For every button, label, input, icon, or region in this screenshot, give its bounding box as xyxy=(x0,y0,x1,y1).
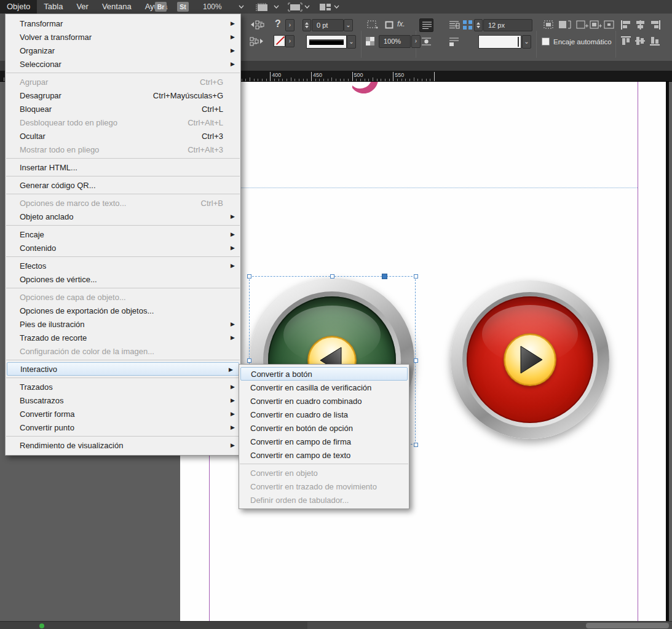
corner-options-icon[interactable] xyxy=(367,20,378,30)
arrange-documents-icon[interactable] xyxy=(319,2,331,12)
effects-fx-icon[interactable]: fx. xyxy=(397,20,405,28)
stroke-style-select[interactable] xyxy=(306,35,347,49)
paragraph-style-indent-icon[interactable] xyxy=(447,18,461,32)
menu-item-convertir-en-objeto[interactable]: Convertir en objeto xyxy=(239,466,409,480)
stroke-weight-field[interactable]: 0 pt xyxy=(312,19,344,31)
menu-item-bloquear[interactable]: BloquearCtrl+L xyxy=(6,102,240,116)
wrap-offset-field[interactable]: 12 px xyxy=(483,19,532,31)
margin-guide-right[interactable] xyxy=(638,82,638,621)
preflight-status-icon[interactable] xyxy=(39,623,44,628)
menubar-item-ver[interactable]: Ver xyxy=(69,0,95,14)
align-right-edges-icon[interactable] xyxy=(649,20,661,30)
transparency-checker-icon[interactable] xyxy=(366,37,374,45)
horizontal-scrollbar[interactable] xyxy=(307,622,672,629)
menu-item-definir-orden-de-tabulador[interactable]: Definir orden de tabulador... xyxy=(239,493,409,507)
corner-shape-icon[interactable] xyxy=(385,21,393,29)
menu-item-convertir-en-boton-de-opcion[interactable]: Convertir en botón de opción xyxy=(239,421,409,435)
fit-content-to-frame-icon[interactable] xyxy=(558,20,572,30)
selection-handle[interactable] xyxy=(414,358,418,363)
selection-handle[interactable] xyxy=(330,274,334,279)
stroke-weight-dropdown[interactable]: ⌄ xyxy=(344,19,353,31)
wrap-offset-stepper[interactable] xyxy=(474,19,483,31)
fit-frame-proportional-icon[interactable] xyxy=(575,20,589,30)
menu-item-encaje[interactable]: Encaje▶ xyxy=(6,227,240,241)
screen-mode-chevron-icon[interactable] xyxy=(304,5,310,9)
menu-item-opciones-de-exportacion-de-objetos[interactable]: Opciones de exportación de objetos... xyxy=(6,304,240,317)
bridge-button[interactable]: Br xyxy=(155,2,167,12)
menu-item-trazados[interactable]: Trazados▶ xyxy=(6,380,240,394)
menu-item-contenido[interactable]: Contenido▶ xyxy=(6,241,240,255)
scrollbar-thumb[interactable] xyxy=(586,623,669,628)
select-previous-object-icon[interactable] xyxy=(250,20,264,30)
arrange-documents-chevron-icon[interactable] xyxy=(334,5,339,9)
auto-fit-checkbox[interactable] xyxy=(542,38,550,45)
menu-item-seleccionar[interactable]: Seleccionar▶ xyxy=(6,57,240,71)
paragraph-style-justify-icon[interactable] xyxy=(419,18,433,32)
align-left-edges-icon[interactable] xyxy=(620,20,632,30)
menu-item-convertir-punto[interactable]: Convertir punto▶ xyxy=(6,421,240,434)
menu-item-organizar[interactable]: Organizar▶ xyxy=(6,44,240,57)
center-content-icon[interactable] xyxy=(603,20,615,30)
menu-item-efectos[interactable]: Efectos▶ xyxy=(6,259,240,272)
selection-handle[interactable] xyxy=(247,358,251,363)
red-play-button-artwork[interactable] xyxy=(451,280,609,439)
menu-item-convertir-en-campo-de-texto[interactable]: Convertir en campo de texto xyxy=(239,448,409,462)
menu-item-desagrupar[interactable]: DesagruparCtrl+Mayúsculas+G xyxy=(6,89,240,102)
menubar-item-tabla[interactable]: Tabla xyxy=(37,0,69,14)
zoom-dropdown-chevron-icon[interactable] xyxy=(239,5,244,9)
fit-frame-to-content-icon[interactable] xyxy=(544,20,557,30)
align-bottom-edges-icon[interactable] xyxy=(649,36,661,46)
menu-item-rendimiento-de-visualizacion[interactable]: Rendimiento de visualización▶ xyxy=(6,438,240,452)
menu-item-configuracion-de-color-de-la-imagen[interactable]: Configuración de color de la imagen... xyxy=(6,344,240,358)
menu-item-objeto-anclado[interactable]: Objeto anclado▶ xyxy=(6,210,240,223)
object-style-dropdown[interactable]: ⌄ xyxy=(522,35,531,49)
menu-item-interactivo[interactable]: Interactivo▶ xyxy=(7,362,239,376)
pink-swoosh-artwork[interactable] xyxy=(352,82,379,97)
menu-item-opciones-de-capa-de-objeto[interactable]: Opciones de capa de objeto... xyxy=(6,290,240,304)
menubar-item-objeto[interactable]: Objeto xyxy=(0,0,37,14)
menu-item-volver-a-transformar[interactable]: Volver a transformar▶ xyxy=(6,30,240,44)
zoom-level-value[interactable]: 100% xyxy=(203,0,222,14)
menu-item-buscatrazos[interactable]: Buscatrazos▶ xyxy=(6,394,240,407)
menu-item-desbloquear-todo-en-pliego[interactable]: Desbloquear todo en pliegoCtrl+Alt+L xyxy=(6,116,240,129)
menu-item-insertar-html[interactable]: Insertar HTML... xyxy=(6,160,240,174)
menu-item-opciones-de-vertice[interactable]: Opciones de vértice... xyxy=(6,272,240,286)
menu-item-convertir-en-cuadro-de-lista[interactable]: Convertir en cuadro de lista xyxy=(239,408,409,421)
menu-item-pies-de-ilustracion[interactable]: Pies de ilustración▶ xyxy=(6,317,240,331)
align-vertical-centers-icon[interactable] xyxy=(634,36,646,46)
menu-item-mostrar-todo-en-pliego[interactable]: Mostrar todo en pliegoCtrl+Alt+3 xyxy=(6,143,240,156)
menu-item-convertir-en-campo-de-firma[interactable]: Convertir en campo de firma xyxy=(239,435,409,448)
screen-mode-icon[interactable] xyxy=(288,2,302,12)
menubar-item-ventana[interactable]: Ventana xyxy=(95,0,138,14)
select-next-object-icon[interactable] xyxy=(250,37,264,46)
opacity-field[interactable]: 100% xyxy=(379,35,411,48)
fill-none-swatch[interactable] xyxy=(274,36,285,46)
menu-item-generar-codigo-qr[interactable]: Generar código QR... xyxy=(6,178,240,192)
fill-frame-proportional-icon[interactable] xyxy=(589,20,603,30)
align-top-edges-icon[interactable] xyxy=(620,36,632,46)
menu-item-convertir-en-casilla-de-verificacion[interactable]: Convertir en casilla de verificación xyxy=(239,381,409,394)
selection-handle-active[interactable] xyxy=(382,274,387,279)
text-wrap-icon[interactable] xyxy=(462,20,473,30)
fill-panel-arrow-button[interactable]: › xyxy=(285,35,294,47)
stroke-panel-arrow-button[interactable]: › xyxy=(285,19,294,31)
stroke-weight-stepper[interactable] xyxy=(302,19,311,31)
view-options-chevron-icon[interactable] xyxy=(274,5,279,9)
menu-item-transformar[interactable]: Transformar▶ xyxy=(6,17,240,30)
selection-handle[interactable] xyxy=(247,274,251,279)
view-options-icon[interactable] xyxy=(255,2,269,12)
help-icon[interactable]: ? xyxy=(275,18,281,30)
stock-button[interactable]: St xyxy=(177,2,189,12)
menu-item-convertir-en-cuadro-combinado[interactable]: Convertir en cuadro combinado xyxy=(239,394,409,408)
menu-item-convertir-forma[interactable]: Convertir forma▶ xyxy=(6,407,240,421)
menu-item-convertir-en-trazado-de-movimiento[interactable]: Convertir en trazado de movimiento xyxy=(239,480,409,493)
selection-handle[interactable] xyxy=(414,443,418,447)
menu-item-convertir-a-boton[interactable]: Convertir a botón xyxy=(240,367,408,381)
object-effect-icon[interactable] xyxy=(419,35,433,49)
object-style-select[interactable] xyxy=(478,35,521,49)
align-horizontal-centers-icon[interactable] xyxy=(634,20,646,30)
object-style-icon[interactable] xyxy=(447,35,461,49)
menu-item-agrupar[interactable]: AgruparCtrl+G xyxy=(6,75,240,89)
stroke-style-dropdown[interactable]: ⌄ xyxy=(347,35,356,49)
selection-handle[interactable] xyxy=(414,274,418,279)
